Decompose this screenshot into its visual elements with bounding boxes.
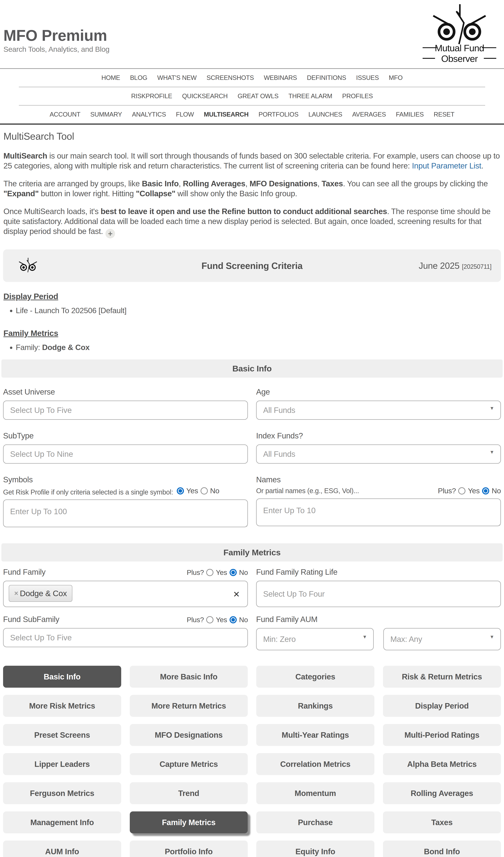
group-button-categories[interactable]: Categories	[256, 666, 374, 688]
chevron-down-icon: ▼	[490, 634, 494, 640]
nav-item-portfolios[interactable]: PORTFOLIOS	[258, 111, 299, 118]
asset-universe-input[interactable]	[3, 401, 248, 420]
group-button-bond-info[interactable]: Bond Info	[383, 841, 501, 857]
nav-item-reset[interactable]: RESET	[434, 111, 454, 118]
group-button-purchase[interactable]: Purchase	[256, 811, 374, 833]
nav-item-webinars[interactable]: WEBINARS	[264, 74, 297, 81]
rating-life-input[interactable]: Select Up To Four	[256, 581, 501, 607]
names-textarea[interactable]	[256, 499, 501, 526]
risk-profile-no-radio[interactable]	[201, 487, 208, 494]
display-period-heading: Display Period	[3, 291, 501, 301]
page-title: MultiSearch Tool	[3, 131, 501, 142]
input-parameter-list-link[interactable]: Input Parameter List	[412, 161, 481, 170]
group-button-more-risk-metrics[interactable]: More Risk Metrics	[3, 695, 121, 717]
group-button-momentum[interactable]: Momentum	[256, 782, 374, 804]
group-button-risk-return-metrics[interactable]: Risk & Return Metrics	[383, 666, 501, 688]
display-period-date: June 2025 [20250711]	[419, 261, 501, 271]
fund-family-tag[interactable]: ×Dodge & Cox	[9, 585, 72, 602]
group-button-basic-info[interactable]: Basic Info	[3, 666, 121, 688]
subfamily-label-row: Fund SubFamily Plus? Yes No	[3, 615, 248, 624]
nav-item-mfo[interactable]: MFO	[389, 74, 403, 81]
nav-item-flow[interactable]: FLOW	[176, 111, 194, 118]
nav-item-families[interactable]: FAMILIES	[396, 111, 424, 118]
subfamily-plus-no-radio[interactable]	[230, 616, 237, 623]
group-button-aum-info[interactable]: AUM Info	[3, 841, 121, 857]
risk-profile-yes-radio[interactable]	[177, 487, 184, 494]
nav-item-screenshots[interactable]: SCREENSHOTS	[206, 74, 254, 81]
nav-item-riskprofile[interactable]: RISKPROFILE	[131, 93, 172, 100]
expand-plus-icon[interactable]: +	[105, 229, 115, 238]
nav-item-home[interactable]: HOME	[101, 74, 120, 81]
nav-item-great-owls[interactable]: GREAT OWLS	[238, 93, 279, 100]
nav-item-summary[interactable]: SUMMARY	[90, 111, 122, 118]
fund-family-plus-yes-radio[interactable]	[206, 569, 214, 576]
names-plus-no-radio[interactable]	[482, 487, 489, 494]
aum-min-select[interactable]: Min: Zero▼	[256, 628, 374, 650]
subfamily-input[interactable]	[3, 628, 248, 647]
age-select[interactable]: All Funds▼	[256, 401, 501, 420]
intro-paragraph-1: MultiSearch is our main search tool. It …	[3, 151, 501, 171]
group-button-alpha-beta-metrics[interactable]: Alpha Beta Metrics	[383, 753, 501, 775]
nav-item-definitions[interactable]: DEFINITIONS	[307, 74, 346, 81]
group-button-more-basic-info[interactable]: More Basic Info	[130, 666, 248, 688]
group-button-rolling-averages[interactable]: Rolling Averages	[383, 782, 501, 804]
fund-family-label-row: Fund Family Plus? Yes No	[3, 567, 248, 576]
nav-item-analytics[interactable]: ANALYTICS	[132, 111, 166, 118]
nav-item-whats-new[interactable]: WHAT'S NEW	[157, 74, 197, 81]
chevron-down-icon: ▼	[363, 634, 367, 640]
nav-item-account[interactable]: ACCOUNT	[50, 111, 80, 118]
group-button-more-return-metrics[interactable]: More Return Metrics	[130, 695, 248, 717]
fund-family-multiselect[interactable]: ×Dodge & Cox ✕	[3, 581, 248, 607]
nav-item-quicksearch[interactable]: QUICKSEARCH	[182, 93, 228, 100]
intro-bold: MultiSearch	[3, 151, 47, 160]
nav-item-multisearch[interactable]: MULTISEARCH	[204, 111, 249, 118]
chevron-down-icon: ▼	[490, 405, 494, 411]
subtype-input[interactable]	[3, 444, 248, 464]
names-plus-yes-radio[interactable]	[458, 487, 466, 494]
group-button-rankings[interactable]: Rankings	[256, 695, 374, 717]
aum-max-select[interactable]: Max: Any▼	[383, 628, 501, 650]
nav-item-issues[interactable]: ISSUES	[356, 74, 379, 81]
nav-item-three-alarm[interactable]: THREE ALARM	[288, 93, 332, 100]
index-funds-field: Index Funds? All Funds▼	[256, 431, 501, 464]
group-button-mfo-designations[interactable]: MFO Designations	[130, 724, 248, 746]
group-button-taxes[interactable]: Taxes	[383, 811, 501, 833]
subtype-field: SubType	[3, 431, 248, 464]
fund-family-label: Fund Family	[3, 567, 46, 576]
nav-item-launches[interactable]: LAUNCHES	[308, 111, 342, 118]
main-nav: HOME BLOG WHAT'S NEW SCREENSHOTS WEBINAR…	[0, 69, 504, 123]
nav-item-blog[interactable]: BLOG	[130, 74, 147, 81]
chevron-down-icon: ▼	[490, 449, 494, 455]
group-button-management-info[interactable]: Management Info	[3, 811, 121, 833]
group-button-trend[interactable]: Trend	[130, 782, 248, 804]
current-selections: Display Period Life - Launch To 202506 […	[0, 282, 504, 353]
group-button-family-metrics[interactable]: Family Metrics	[130, 811, 248, 833]
fund-family-field: Fund Family Plus? Yes No ×Dodge & Cox ✕	[3, 567, 248, 607]
tag-remove-icon[interactable]: ×	[14, 589, 18, 597]
subfamily-plus-yes-radio[interactable]	[206, 616, 214, 623]
criteria-group-grid: Basic Info More Basic Info Categories Ri…	[0, 650, 504, 857]
group-button-multi-year-ratings[interactable]: Multi-Year Ratings	[256, 724, 374, 746]
index-funds-label: Index Funds?	[256, 431, 501, 440]
group-button-lipper-leaders[interactable]: Lipper Leaders	[3, 753, 121, 775]
nav-item-averages[interactable]: AVERAGES	[352, 111, 386, 118]
group-button-display-period[interactable]: Display Period	[383, 695, 501, 717]
aum-label-row: Fund Family AUM	[256, 615, 501, 624]
aum-field: Fund Family AUM Min: Zero▼ Max: Any▼	[256, 615, 501, 650]
nav-item-profiles[interactable]: PROFILES	[342, 93, 373, 100]
symbols-textarea[interactable]	[3, 500, 248, 527]
group-button-correlation-metrics[interactable]: Correlation Metrics	[256, 753, 374, 775]
group-button-preset-screens[interactable]: Preset Screens	[3, 724, 121, 746]
group-button-portfolio-info[interactable]: Portfolio Info	[130, 841, 248, 857]
group-button-ferguson-metrics[interactable]: Ferguson Metrics	[3, 782, 121, 804]
display-period-item: Life - Launch To 202506 [Default]	[16, 305, 501, 316]
index-funds-select[interactable]: All Funds▼	[256, 444, 501, 464]
nav-bottom-divider	[0, 123, 504, 125]
group-button-capture-metrics[interactable]: Capture Metrics	[130, 753, 248, 775]
fund-family-plus-no-radio[interactable]	[230, 569, 237, 576]
group-button-multi-period-ratings[interactable]: Multi-Period Ratings	[383, 724, 501, 746]
clear-selection-icon[interactable]: ✕	[233, 589, 242, 599]
age-field: Age All Funds▼	[256, 387, 501, 420]
group-button-equity-info[interactable]: Equity Info	[256, 841, 374, 857]
nav-row-blog: HOME BLOG WHAT'S NEW SCREENSHOTS WEBINAR…	[0, 69, 504, 87]
